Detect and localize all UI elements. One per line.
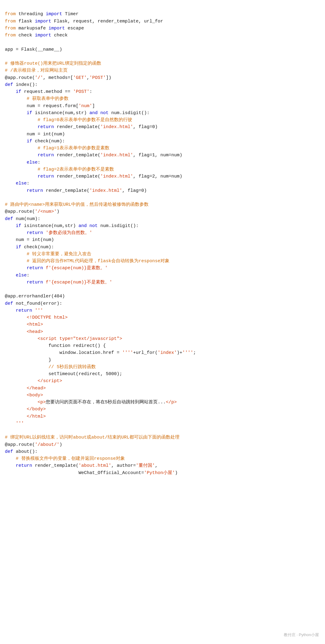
line-27: num = int(num) bbox=[5, 237, 54, 242]
line-comment-1: # 修饰器route()用来把URL绑定到指定的函数 bbox=[5, 61, 101, 66]
line-20: return render_template('index.html', fla… bbox=[5, 174, 182, 179]
line-19: # flag=2表示表单中的参数不是素数 bbox=[5, 167, 114, 172]
line-14: num = int(num) bbox=[5, 132, 65, 137]
line-15: if check(num): bbox=[5, 139, 65, 144]
line-50: </body> bbox=[5, 407, 46, 412]
line-40: <script type="text/javascript"> bbox=[5, 336, 122, 341]
line-37: <!DOCTYPE html> bbox=[5, 315, 68, 320]
line-47: </head> bbox=[5, 386, 46, 391]
line-45: setTimeout(redirect, 5000); bbox=[5, 371, 122, 377]
line-34: @app.errorhandler(404) bbox=[5, 294, 65, 299]
line-3: from markupsafe import escape bbox=[5, 26, 84, 31]
line-blank-4 bbox=[5, 287, 8, 292]
line-55: # 替换模板文件中的变量，创建并返回response对象 bbox=[5, 456, 125, 461]
line-35: def not_found(error): bbox=[5, 301, 62, 306]
line-53: @app.route('/about/') bbox=[5, 442, 62, 447]
line-46: </script> bbox=[5, 378, 62, 384]
line-56: return render_template('about.html', aut… bbox=[5, 463, 158, 468]
line-comment-3: # 路由中的<name>用来获取URL中的值，然后传递给被修饰的函数参数 bbox=[5, 202, 149, 207]
line-30: # 返回的内容当作HTML代码处理，flask会自动转换为response对象 bbox=[5, 259, 169, 264]
line-31: return f'{escape(num)}是素数。' bbox=[5, 266, 108, 271]
line-18: else: bbox=[5, 160, 40, 165]
line-21: else: bbox=[5, 181, 29, 186]
line-4: from check import check bbox=[5, 33, 68, 38]
line-17: return render_template('index.html', fla… bbox=[5, 153, 182, 158]
line-57: WeChat_Official_Account='Python小屋') bbox=[5, 470, 178, 476]
code-editor: from threading import Timer from flask i… bbox=[5, 4, 320, 476]
line-blank-1 bbox=[5, 40, 8, 45]
line-36: return ''' bbox=[5, 308, 43, 313]
line-22: return render_template('index.html', fla… bbox=[5, 188, 147, 193]
line-25: if isinstance(num,str) and not num.isdig… bbox=[5, 223, 139, 229]
line-26: return '参数必须为自然数。' bbox=[5, 230, 92, 236]
line-10: num = request.form['num'] bbox=[5, 103, 95, 109]
line-9: # 获取表单中的参数 bbox=[5, 96, 69, 101]
line-44: // 5秒后执行跳转函数 bbox=[5, 364, 96, 370]
line-6: @app.route('/', methods=['GET','POST']) bbox=[5, 75, 111, 80]
line-41: function redirect() { bbox=[5, 343, 106, 348]
line-33: return f'{escape(num)}不是素数。' bbox=[5, 280, 112, 285]
line-7: def index(): bbox=[5, 82, 38, 87]
line-38: <html> bbox=[5, 322, 43, 327]
line-2: from flask import Flask, request, render… bbox=[5, 19, 163, 24]
line-blank-2 bbox=[5, 54, 8, 59]
line-blank-3 bbox=[5, 195, 8, 200]
line-52: ''' bbox=[5, 421, 24, 426]
line-51: </html> bbox=[5, 414, 46, 419]
line-8: if request.method == 'POST': bbox=[5, 89, 92, 94]
line-54: def about(): bbox=[5, 449, 38, 454]
line-24: def num(num): bbox=[5, 216, 40, 222]
line-comment-2: # /表示根目录，对应网站主页 bbox=[5, 68, 68, 73]
line-39: <head> bbox=[5, 329, 43, 334]
line-comment-4: # 绑定时URL以斜线结束，访问时about或about/结束的URL都可以由下… bbox=[5, 435, 179, 440]
line-42: window.location.href = ''''+url_for('ind… bbox=[5, 350, 196, 355]
line-16: # flag=1表示表单中的参数是素数 bbox=[5, 146, 109, 151]
line-23: @app.route('/<num>') bbox=[5, 209, 59, 214]
line-13: return render_template('index.html', fla… bbox=[5, 124, 158, 130]
line-43: } bbox=[5, 358, 51, 363]
line-28: if check(num): bbox=[5, 245, 54, 250]
line-5: app = Flask(__name__) bbox=[5, 47, 62, 52]
line-29: # 转义非常重要，避免注入攻击 bbox=[5, 252, 91, 257]
line-49: <p>您要访问的页面不存在，将在5秒后自动跳转到网站首页...</p> bbox=[5, 400, 177, 405]
line-1: from threading import Timer bbox=[5, 12, 79, 17]
line-12: # flag=0表示表单中的参数不是自然数的行驶 bbox=[5, 117, 132, 123]
line-blank-5 bbox=[5, 428, 8, 433]
line-48: <body> bbox=[5, 393, 43, 398]
line-32: else: bbox=[5, 273, 29, 278]
line-11: if isinstance(num,str) and not num.isdig… bbox=[5, 110, 149, 116]
